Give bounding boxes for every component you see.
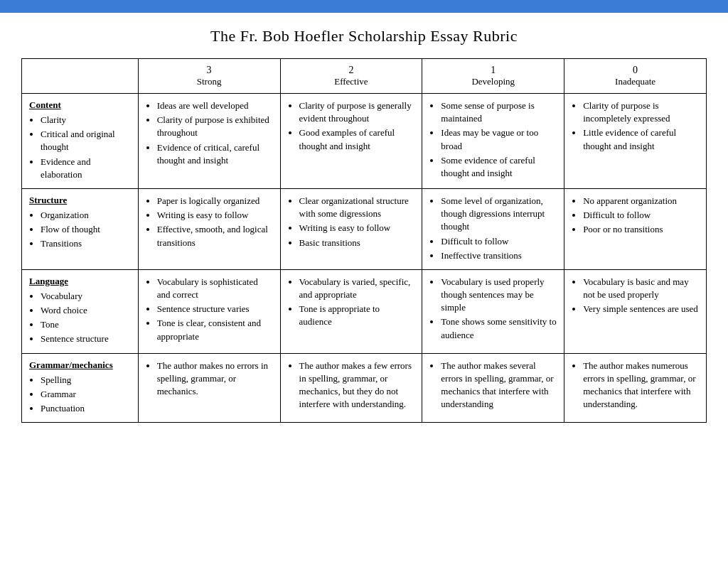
list-item: Evidence and elaboration [41,156,131,181]
score-cell: No apparent organizationDifficult to fol… [564,188,707,269]
subcategory-list: SpellingGrammarPunctuation [29,374,131,416]
list-item: Difficult to follow [583,209,699,222]
score-list: The author makes a few errors in spellin… [288,360,415,411]
score-cell: The author makes no errors in spelling, … [138,353,280,423]
list-item: Ineffective transitions [441,249,557,262]
score-list: Some level of organization, though digre… [429,195,557,262]
list-item: Transitions [41,237,131,250]
score-cell: Vocabulary is varied, specific, and appr… [280,269,422,353]
list-item: Vocabulary is varied, specific, and appr… [299,276,415,301]
list-item: Grammar [41,388,131,401]
list-item: Some sense of purpose is maintained [441,99,557,125]
list-item: Tone [41,318,131,331]
category-title: Structure [29,195,131,206]
list-item: Clear organizational structure with some… [299,195,415,220]
score-cell: Some sense of purpose is maintainedIdeas… [422,94,564,189]
score-cell: Paper is logically organizedWriting is e… [138,188,280,269]
page: The Fr. Bob Hoefler Scholarship Essay Ru… [0,13,728,444]
list-item: Flow of thought [41,223,131,236]
category-title: Language [29,276,131,287]
score-cell: Ideas are well developedClarity of purpo… [138,94,280,189]
header-row: 3 Strong 2 Effective 1 Developing 0 Inad… [22,59,707,94]
header-effective: 2 Effective [280,59,422,94]
score-cell: Clarity of purpose is generally evident … [280,94,422,189]
list-item: Basic transitions [299,237,415,249]
table-row: ContentClarityCritical and original thou… [22,94,707,189]
list-item: Some evidence of careful thought and ins… [441,154,557,180]
list-item: Clarity of purpose is generally evident … [299,99,415,125]
score-list: The author makes no errors in spelling, … [146,360,273,399]
list-item: Vocabulary is used properly though sente… [441,276,557,315]
list-item: Ideas are well developed [157,99,273,112]
score-list: Clear organizational structure with some… [288,195,415,249]
list-item: Sentence structure [41,333,131,345]
list-item: Word choice [41,304,131,317]
list-item: Writing is easy to follow [299,222,415,234]
list-item: Vocabulary is basic and may not be used … [583,276,699,301]
score-list: Paper is logically organizedWriting is e… [146,195,273,249]
list-item: Organization [41,209,131,222]
list-item: Tone is clear, consistent and appropriat… [157,317,273,342]
score-cell: Clarity of purpose is incompletely expre… [564,94,707,189]
header-inadequate: 0 Inadequate [564,59,707,94]
list-item: Clarity [41,114,131,126]
score-list: Vocabulary is used properly though sente… [429,276,557,342]
list-item: Tone shows some sensitivity to audience [441,315,557,341]
list-item: Good examples of careful thought and ins… [299,126,415,152]
score-cell: The author makes a few errors in spellin… [280,353,422,423]
score-cell: Some level of organization, though digre… [422,188,564,269]
list-item: Punctuation [41,402,131,415]
list-item: Clarity of purpose is incompletely expre… [583,99,699,125]
score-cell: Vocabulary is used properly though sente… [422,269,564,353]
rubric-table: 3 Strong 2 Effective 1 Developing 0 Inad… [21,58,707,423]
header-developing: 1 Developing [422,59,564,94]
subcategory-list: VocabularyWord choiceToneSentence struct… [29,290,131,346]
score-list: Vocabulary is sophisticated and correctS… [146,276,273,343]
score-list: Vocabulary is varied, specific, and appr… [288,276,415,329]
list-item: Some level of organization, though digre… [441,195,557,234]
list-item: Vocabulary [41,290,131,303]
list-item: Spelling [41,374,131,387]
score-list: Clarity of purpose is incompletely expre… [572,99,699,153]
score-list: Vocabulary is basic and may not be used … [572,276,699,316]
score-cell: Vocabulary is sophisticated and correctS… [138,269,280,353]
score-cell: Clear organizational structure with some… [280,188,422,269]
score-list: The author makes several errors in spell… [429,360,557,411]
list-item: Writing is easy to follow [157,209,273,222]
list-item: Vocabulary is sophisticated and correct [157,276,273,301]
list-item: Sentence structure varies [157,303,273,315]
list-item: Difficult to follow [441,235,557,248]
score-list: Some sense of purpose is maintainedIdeas… [429,99,557,180]
list-item: No apparent organization [583,195,699,207]
table-row: Grammar/mechanicsSpellingGrammarPunctuat… [22,353,707,423]
table-row: LanguageVocabularyWord choiceToneSentenc… [22,269,707,353]
top-bar [0,0,728,13]
score-cell: The author makes several errors in spell… [422,353,564,423]
header-strong: 3 Strong [138,59,280,94]
criteria-cell: Grammar/mechanicsSpellingGrammarPunctuat… [22,353,139,423]
list-item: Ideas may be vague or too broad [441,126,557,152]
list-item: Paper is logically organized [157,195,273,207]
score-cell: Vocabulary is basic and may not be used … [564,269,707,353]
score-list: The author makes numerous errors in spel… [572,360,699,411]
list-item: The author makes a few errors in spellin… [299,360,415,411]
list-item: The author makes no errors in spelling, … [157,360,273,399]
list-item: Tone is appropriate to audience [299,303,415,328]
list-item: Evidence of critical, careful thought an… [157,141,273,167]
subcategory-list: OrganizationFlow of thoughtTransitions [29,209,131,251]
criteria-cell: ContentClarityCritical and original thou… [22,94,139,189]
list-item: Clarity of purpose is exhibited througho… [157,114,273,139]
list-item: Little evidence of careful thought and i… [583,126,699,152]
list-item: The author makes several errors in spell… [441,360,557,411]
score-list: Clarity of purpose is generally evident … [288,99,415,153]
list-item: Critical and original thought [41,128,131,153]
category-title: Grammar/mechanics [29,360,131,371]
list-item: Effective, smooth, and logical transitio… [157,223,273,249]
subcategory-list: ClarityCritical and original thoughtEvid… [29,114,131,181]
header-criteria [22,59,139,94]
category-title: Content [29,99,131,111]
page-title: The Fr. Bob Hoefler Scholarship Essay Ru… [21,27,707,45]
list-item: Poor or no transitions [583,223,699,236]
list-item: The author makes numerous errors in spel… [583,360,699,411]
table-row: StructureOrganizationFlow of thoughtTran… [22,188,707,269]
